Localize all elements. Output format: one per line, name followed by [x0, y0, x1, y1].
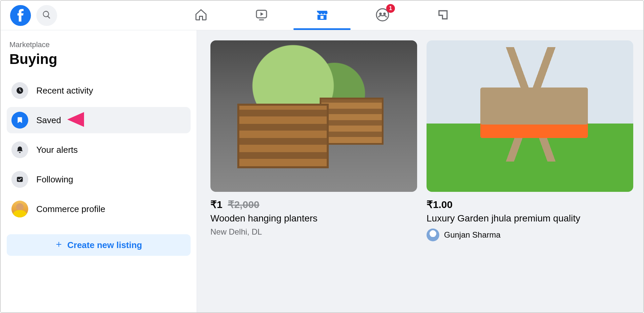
seller-avatar: [427, 229, 439, 241]
watch-icon: [254, 8, 269, 23]
sidebar-item-label: Your alerts: [36, 145, 78, 155]
annotation-arrow: [67, 106, 121, 134]
sidebar: Marketplace Buying Recent activity Saved…: [1, 30, 197, 312]
listing-title: Luxury Garden jhula premium quality: [427, 213, 633, 224]
svg-rect-2: [259, 19, 264, 20]
plus-icon: [55, 240, 63, 250]
listing-image: [210, 40, 417, 192]
listing-price: ₹1: [210, 199, 223, 210]
sidebar-item-commerce-profile[interactable]: Commerce profile: [7, 196, 191, 222]
breadcrumb[interactable]: Marketplace: [9, 40, 191, 49]
svg-point-5: [383, 12, 386, 15]
sidebar-item-recent-activity[interactable]: Recent activity: [7, 77, 191, 104]
create-new-listing-button[interactable]: Create new listing: [7, 234, 191, 256]
page-title: Buying: [9, 51, 191, 67]
seller-name: Gunjan Sharma: [444, 230, 500, 240]
listing-card[interactable]: ₹1.00 Luxury Garden jhula premium qualit…: [427, 40, 633, 302]
top-nav: 1: [1, 1, 643, 30]
search-button[interactable]: [36, 5, 57, 26]
sidebar-item-label: Following: [36, 174, 73, 185]
sidebar-item-your-alerts[interactable]: Your alerts: [7, 137, 191, 163]
top-nav-left: [10, 5, 57, 26]
nav-tab-gaming[interactable]: [414, 1, 472, 30]
svg-point-4: [379, 12, 382, 15]
avatar-icon: [11, 201, 28, 217]
listing-grid: ₹1 ₹2,000 Wooden hanging planters New De…: [197, 30, 643, 312]
seller-row: Gunjan Sharma: [427, 229, 633, 241]
bookmark-icon: [11, 112, 28, 129]
listing-title: Wooden hanging planters: [210, 213, 417, 224]
create-new-listing-label: Create new listing: [67, 240, 142, 250]
top-nav-center: 1: [172, 1, 472, 30]
marketplace-icon: [315, 8, 329, 23]
nav-tab-marketplace[interactable]: [293, 1, 351, 30]
content: Marketplace Buying Recent activity Saved…: [1, 30, 643, 312]
clock-icon: [11, 82, 28, 99]
sidebar-item-label: Recent activity: [36, 85, 93, 96]
sidebar-item-following[interactable]: Following: [7, 166, 191, 193]
nav-tab-watch[interactable]: [233, 1, 290, 30]
gaming-icon: [436, 8, 450, 23]
following-icon: [11, 171, 28, 188]
sidebar-item-saved[interactable]: Saved: [7, 107, 191, 133]
bell-icon: [11, 141, 28, 158]
listing-old-price: ₹2,000: [228, 199, 259, 210]
facebook-logo[interactable]: [10, 5, 31, 26]
listing-location: New Delhi, DL: [210, 227, 417, 237]
price-row: ₹1.00: [427, 199, 633, 210]
sidebar-item-label: Commerce profile: [36, 204, 105, 214]
home-icon: [194, 8, 208, 23]
groups-badge: 1: [386, 4, 395, 13]
search-icon: [42, 10, 51, 21]
listing-card[interactable]: ₹1 ₹2,000 Wooden hanging planters New De…: [210, 40, 417, 302]
listing-price: ₹1.00: [427, 199, 452, 210]
listing-image: [427, 40, 633, 192]
price-row: ₹1 ₹2,000: [210, 199, 417, 210]
nav-tab-home[interactable]: [172, 1, 230, 30]
nav-tab-groups[interactable]: 1: [354, 1, 411, 30]
sidebar-item-label: Saved: [36, 115, 61, 126]
